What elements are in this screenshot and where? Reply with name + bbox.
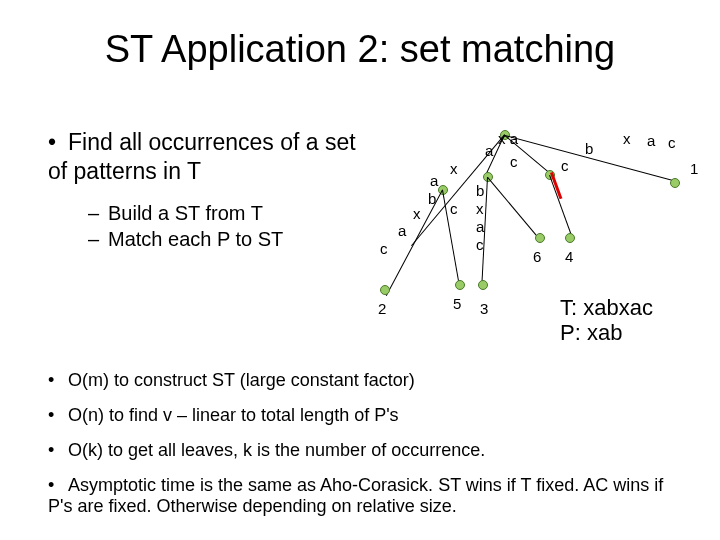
edge-label: x a	[498, 130, 518, 147]
lower-bullet-4: •Asymptotic time is the same as Aho-Cora…	[48, 475, 688, 517]
slide-title: ST Application 2: set matching	[0, 28, 720, 71]
leaf-label: 4	[565, 248, 573, 265]
edge-label: x	[476, 200, 484, 217]
edge-label: c	[450, 200, 458, 217]
tree-node	[380, 285, 390, 295]
tree-node	[455, 280, 465, 290]
bullet-dot: •	[48, 475, 68, 496]
main-bullet: •Find all occurrences of a set of patter…	[48, 128, 378, 186]
lower4-text: Asymptotic time is the same as Aho-Coras…	[48, 475, 663, 516]
edge-label: a	[485, 142, 493, 159]
edge-label: x	[623, 130, 631, 147]
lower2-text: O(n) to find v – linear to total length …	[68, 405, 399, 425]
lower-bullet-1: •O(m) to construct ST (large constant fa…	[48, 370, 415, 391]
edge-label: x	[450, 160, 458, 177]
lower-bullet-2: •O(n) to find v – linear to total length…	[48, 405, 399, 426]
bullet-dot: •	[48, 440, 68, 461]
edge-label: b	[585, 140, 593, 157]
lower-bullet-3: •O(k) to get all leaves, k is the number…	[48, 440, 485, 461]
bullet-dot: •	[48, 405, 68, 426]
tree-node	[670, 178, 680, 188]
leaf-label: 5	[453, 295, 461, 312]
edge-label: b	[476, 182, 484, 199]
main-bullet-text: Find all occurrences of a set of pattern…	[48, 129, 356, 184]
edge-label: c	[561, 157, 569, 174]
bullet-dot: •	[48, 370, 68, 391]
edge-label: c	[476, 236, 484, 253]
edge-label: c	[668, 134, 676, 151]
leaf-label: 1	[690, 160, 698, 177]
leaf-label: 2	[378, 300, 386, 317]
tree-edge	[487, 177, 539, 239]
edge-label: b	[428, 190, 436, 207]
edge-label: c	[510, 153, 518, 170]
tree-node	[535, 233, 545, 243]
tree-node	[478, 280, 488, 290]
lower1-text: O(m) to construct ST (large constant fac…	[68, 370, 415, 390]
sub1-text: Build a ST from T	[108, 202, 263, 224]
lower3-text: O(k) to get all leaves, k is the number …	[68, 440, 485, 460]
sub-bullet-1: –Build a ST from T	[88, 202, 263, 225]
edge-label: a	[476, 218, 484, 235]
leaf-label: 3	[480, 300, 488, 317]
edge-label: a	[430, 172, 438, 189]
sub2-text: Match each P to ST	[108, 228, 283, 250]
edge-label: a	[647, 132, 655, 149]
tree-edge	[549, 175, 572, 236]
dash-icon: –	[88, 228, 108, 251]
edge-label: c	[380, 240, 388, 257]
edge-label: a	[398, 222, 406, 239]
bullet-dot: •	[48, 128, 68, 157]
dash-icon: –	[88, 202, 108, 225]
sub-bullet-2: –Match each P to ST	[88, 228, 283, 251]
suffix-tree-diagram: x a b x a c a b x a c 2 c 5 b x a c 3 x …	[350, 120, 720, 350]
edge-label: x	[413, 205, 421, 222]
leaf-label: 6	[533, 248, 541, 265]
tree-node	[565, 233, 575, 243]
